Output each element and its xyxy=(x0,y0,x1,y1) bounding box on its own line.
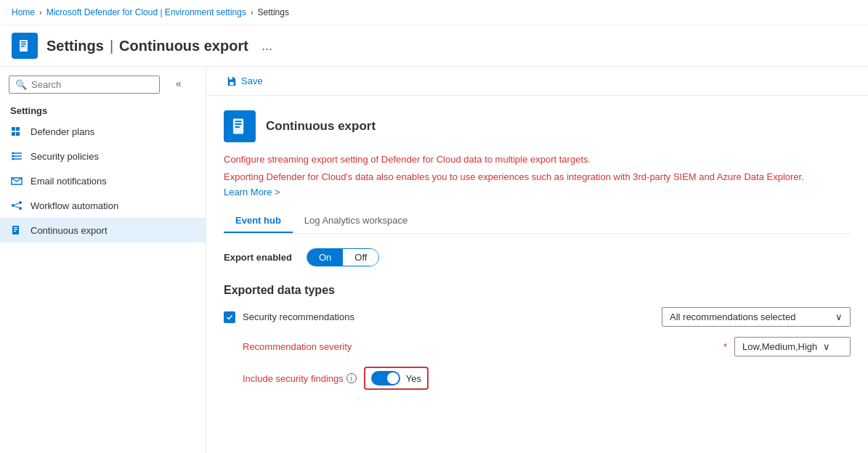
svg-rect-1 xyxy=(21,41,26,43)
svg-point-11 xyxy=(12,152,15,155)
svg-rect-26 xyxy=(235,121,242,122)
content-header-icon xyxy=(224,110,256,142)
svg-rect-19 xyxy=(12,226,19,234)
svg-line-18 xyxy=(15,206,19,208)
svg-rect-23 xyxy=(230,81,233,84)
sidebar-item-continuous-export-label: Continuous export xyxy=(31,225,108,236)
tab-log-analytics[interactable]: Log Analytics workspace xyxy=(293,209,419,233)
recommendations-dropdown-chevron: ∨ xyxy=(835,311,843,322)
security-recommendations-label: Security recommendations xyxy=(243,311,654,322)
security-recommendations-checkbox[interactable] xyxy=(224,311,235,323)
severity-dropdown[interactable]: Low,Medium,High ∨ xyxy=(734,337,851,356)
continuous-export-icon xyxy=(10,224,23,237)
breadcrumb: Home › Microsoft Defender for Cloud | En… xyxy=(0,0,868,25)
svg-rect-20 xyxy=(14,227,17,228)
book-icon xyxy=(17,38,32,53)
sidebar-item-security-policies[interactable]: Security policies xyxy=(0,144,206,168)
breadcrumb-defender[interactable]: Microsoft Defender for Cloud | Environme… xyxy=(46,7,246,17)
tab-event-hub[interactable]: Event hub xyxy=(224,209,293,233)
include-security-findings-row: Include security findings i Yes xyxy=(243,367,851,390)
severity-dropdown-chevron: ∨ xyxy=(823,341,830,352)
toggle-off-option[interactable]: Off xyxy=(343,249,378,266)
save-icon xyxy=(227,76,237,86)
toggle-on-option[interactable]: On xyxy=(307,249,343,266)
recommendation-severity-label: Recommendation severity xyxy=(243,341,716,352)
svg-line-17 xyxy=(15,203,19,205)
svg-rect-7 xyxy=(16,132,20,136)
svg-rect-2 xyxy=(21,44,26,45)
checkmark-icon xyxy=(226,314,233,321)
page-title: Settings|Continuous export xyxy=(46,38,248,54)
sidebar: 🔍 « Settings Defender plans Security pol… xyxy=(0,67,206,453)
content-area: Save Continuous export Configure streami… xyxy=(206,67,868,453)
svg-point-14 xyxy=(12,204,15,207)
content-title: Continuous export xyxy=(266,119,376,134)
main-layout: 🔍 « Settings Defender plans Security pol… xyxy=(0,67,868,453)
svg-rect-5 xyxy=(12,132,15,136)
security-policies-icon xyxy=(10,150,23,163)
include-security-findings-toggle[interactable] xyxy=(371,371,400,385)
sidebar-item-workflow-automation[interactable]: Workflow automation xyxy=(0,193,206,218)
include-security-findings-toggle-box: Yes xyxy=(364,367,429,390)
sidebar-item-security-policies-label: Security policies xyxy=(31,151,99,162)
defender-plans-icon xyxy=(10,125,23,138)
include-security-findings-label-group: Include security findings i xyxy=(243,373,357,384)
search-input[interactable] xyxy=(31,79,153,90)
more-options-button[interactable]: ... xyxy=(257,37,277,55)
email-notifications-icon xyxy=(10,174,23,187)
page-icon xyxy=(12,33,38,59)
breadcrumb-chevron-2: › xyxy=(251,8,253,17)
search-row: 🔍 « xyxy=(0,67,206,99)
sidebar-item-email-notifications[interactable]: Email notifications xyxy=(0,168,206,193)
include-security-findings-label: Include security findings xyxy=(243,373,344,384)
description-line2: Exporting Defender for Cloud's data also… xyxy=(224,170,851,184)
severity-required-asterisk: * xyxy=(723,341,727,352)
content-book-icon xyxy=(230,117,249,136)
sidebar-item-defender-plans[interactable]: Defender plans xyxy=(0,119,206,144)
svg-point-16 xyxy=(19,207,22,210)
svg-point-12 xyxy=(12,155,15,158)
recommendation-severity-row: Recommendation severity * Low,Medium,Hig… xyxy=(243,337,851,356)
sidebar-item-continuous-export[interactable]: Continuous export xyxy=(0,218,206,242)
export-toggle-group[interactable]: On Off xyxy=(307,248,379,266)
breadcrumb-chevron-1: › xyxy=(39,8,42,17)
recommendations-dropdown[interactable]: All recommendations selected ∨ xyxy=(662,307,851,327)
sidebar-section-label: Settings xyxy=(0,99,206,119)
recommendations-dropdown-value: All recommendations selected xyxy=(670,311,795,322)
sidebar-item-defender-plans-label: Defender plans xyxy=(31,126,94,137)
sidebar-item-workflow-automation-label: Workflow automation xyxy=(31,200,118,211)
svg-rect-24 xyxy=(230,76,232,79)
breadcrumb-current: Settings xyxy=(258,7,289,17)
exported-data-types-title: Exported data types xyxy=(224,284,851,297)
svg-point-13 xyxy=(12,158,15,160)
svg-rect-22 xyxy=(14,231,16,232)
workflow-automation-icon xyxy=(10,199,23,212)
svg-rect-28 xyxy=(235,126,240,128)
toolbar: Save xyxy=(206,67,868,96)
description-line1: Configure streaming export setting of De… xyxy=(224,152,851,167)
svg-rect-3 xyxy=(21,46,25,47)
search-icon: 🔍 xyxy=(15,79,27,90)
learn-more-link[interactable]: Learn More > xyxy=(224,187,280,197)
svg-rect-21 xyxy=(14,229,17,230)
severity-dropdown-value: Low,Medium,High xyxy=(742,341,817,352)
save-button[interactable]: Save xyxy=(221,73,269,89)
svg-rect-6 xyxy=(16,127,20,131)
toggle-yes-label: Yes xyxy=(406,373,421,384)
breadcrumb-home[interactable]: Home xyxy=(12,7,35,17)
export-enabled-row: Export enabled On Off xyxy=(224,248,851,266)
security-recommendations-row: Security recommendations All recommendat… xyxy=(224,307,851,327)
tabs: Event hub Log Analytics workspace xyxy=(224,209,851,234)
svg-rect-4 xyxy=(12,127,15,131)
sidebar-item-email-notifications-label: Email notifications xyxy=(31,176,107,187)
content-inner: Continuous export Configure streaming ex… xyxy=(206,96,868,415)
info-icon[interactable]: i xyxy=(346,373,357,383)
export-enabled-label: Export enabled xyxy=(224,252,292,263)
search-box[interactable]: 🔍 xyxy=(9,76,160,94)
svg-point-15 xyxy=(19,201,22,204)
svg-rect-27 xyxy=(235,123,242,125)
page-header: Settings|Continuous export ... xyxy=(0,25,868,66)
collapse-sidebar-button[interactable]: « xyxy=(173,78,184,89)
content-header: Continuous export xyxy=(224,110,851,142)
